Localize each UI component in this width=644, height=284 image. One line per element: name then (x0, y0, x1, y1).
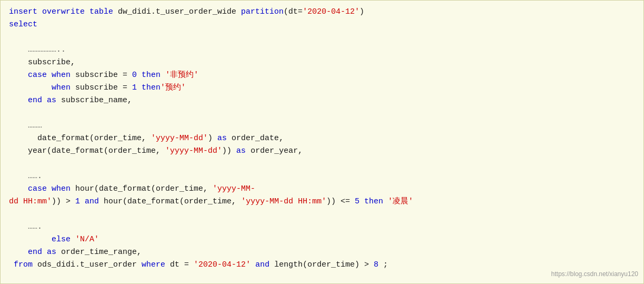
code-line-7: when subscribe = 1 then'预约' (9, 82, 635, 94)
code-line-1: insert overwrite table dw_didi.t_user_or… (9, 6, 635, 18)
code-line-19: else 'N/A' (9, 233, 635, 246)
code-line-4: ……………….. (9, 44, 635, 56)
code-line-16: dd HH:mm')) > 1 and hour(date_format(ord… (9, 195, 635, 208)
code-line-9 (9, 107, 635, 120)
watermark: https://blog.csdn.net/xianyu120 (551, 269, 638, 279)
code-line-17 (9, 208, 635, 221)
code-line-20: end as order_time_range, (9, 246, 635, 259)
code-line-18: ……. (9, 221, 635, 233)
code-line-15: case when hour(date_format(order_time, '… (9, 183, 635, 195)
code-line-3 (9, 31, 635, 44)
code-line-21: from ods_didi.t_user_order where dt = '2… (9, 259, 635, 271)
code-line-14: ……. (9, 170, 635, 183)
code-line-12: year(date_format(order_time, 'yyyy-MM-dd… (9, 145, 635, 158)
code-line-13 (9, 158, 635, 170)
code-line-11: date_format(order_time, 'yyyy-MM-dd') as… (9, 132, 635, 145)
code-line-10: ……… (9, 120, 635, 132)
code-line-8: end as subscribe_name, (9, 94, 635, 107)
code-line-5: subscribe, (9, 56, 635, 69)
code-line-2: select (9, 18, 635, 31)
code-line-6: case when subscribe = 0 then '非预约' (9, 69, 635, 82)
code-block: insert overwrite table dw_didi.t_user_or… (0, 0, 644, 284)
